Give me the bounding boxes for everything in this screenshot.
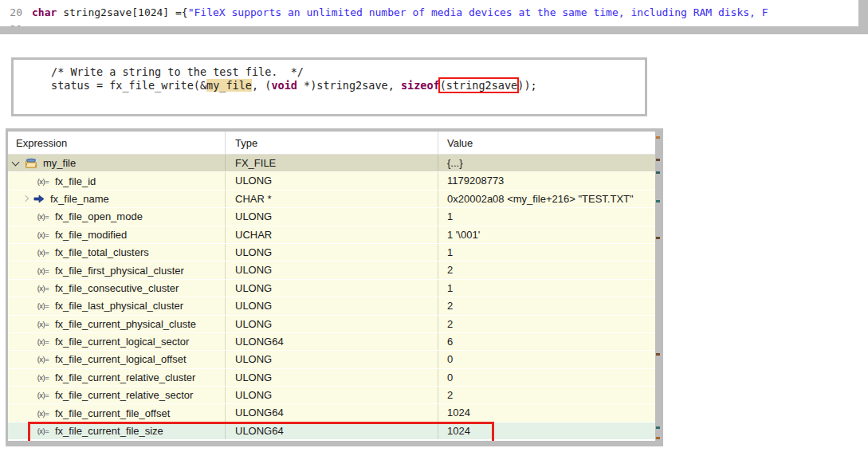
expression-cell[interactable]: (x)= fx_file_current_relative_sector	[8, 387, 226, 403]
type-cell[interactable]: ULONG	[226, 369, 438, 386]
value-cell[interactable]: 0	[438, 369, 655, 386]
table-row[interactable]: (x)= fx_file_last_physical_cluster ULONG…	[8, 297, 655, 315]
expression-label: my_file	[43, 157, 76, 169]
value-cell[interactable]: 6	[438, 333, 655, 350]
expression-cell[interactable]: (x)= my_file	[8, 155, 226, 171]
type-cell[interactable]: ULONG	[226, 280, 438, 297]
type-cell[interactable]: ULONG	[226, 172, 438, 189]
red-annotation-box-string2save: (string2save	[440, 79, 518, 92]
table-row[interactable]: (x)= fx_file_consecutive_cluster ULONG 1	[8, 280, 655, 297]
variable-icon: (x)=	[35, 426, 51, 435]
expression-cell[interactable]: (x)= fx_file_consecutive_cluster	[8, 280, 226, 297]
declaration-text: string2save[1024] ={	[57, 4, 187, 21]
table-row[interactable]: (x)= fx_file_current_file_size ULONG64 1…	[8, 423, 655, 440]
expression-label: fx_file_first_physical_cluster	[55, 265, 184, 277]
type-cell[interactable]: ULONG	[226, 297, 438, 314]
type-cell[interactable]: ULONG	[226, 244, 438, 261]
value-cell[interactable]: 2	[438, 297, 655, 314]
type-cell[interactable]: ULONG	[226, 387, 438, 403]
value-cell[interactable]: 1 '\001'	[438, 226, 655, 243]
expression-label: fx_file_current_file_size	[55, 425, 163, 437]
editor-strip[interactable]: 20char string2save[1024] ={"FileX suppor…	[0, 0, 858, 26]
type-cell[interactable]: ULONG64	[226, 404, 438, 421]
table-row[interactable]: (x)= fx_file_current_logical_sector ULON…	[8, 333, 655, 351]
variable-icon: (x)=	[35, 248, 51, 257]
type-cell[interactable]: ULONG	[226, 261, 438, 278]
variable-icon: (x)=	[35, 177, 51, 186]
value-cell[interactable]: 2	[438, 316, 655, 332]
table-row[interactable]: (x)= fx_file_current_physical_cluste ULO…	[8, 316, 655, 333]
variable-icon: (x)=	[35, 409, 51, 418]
value-cell[interactable]: 2	[438, 261, 655, 278]
status-mid2: *)string2save,	[297, 79, 401, 92]
expression-cell[interactable]: (x)= fx_file_current_logical_sector	[8, 333, 226, 350]
type-cell[interactable]: UCHAR	[226, 226, 438, 243]
value-cell[interactable]: 1	[438, 280, 655, 297]
expression-cell[interactable]: (x)= fx_file_current_physical_cluste	[8, 316, 226, 332]
line-number-gutter: 20	[0, 4, 32, 21]
value-cell[interactable]: {...}	[438, 155, 655, 171]
expressions-view-frame: Expression Type Value (x)=	[6, 128, 663, 446]
expression-cell[interactable]: (x)= fx_file_current_file_offset	[8, 404, 226, 421]
table-row[interactable]: (x)= fx_file_total_clusters ULONG 1	[8, 244, 655, 261]
table-row[interactable]: (x)= fx_file_first_physical_cluster ULON…	[8, 261, 655, 279]
chevron-down-icon[interactable]	[12, 158, 20, 166]
table-row[interactable]: (x)= fx_file_current_file_offset ULONG64…	[8, 404, 655, 422]
value-cell[interactable]: 1	[438, 208, 655, 225]
expression-cell[interactable]: (x)= fx_file_open_mode	[8, 208, 226, 225]
type-cell[interactable]: ULONG	[226, 316, 438, 332]
value-cell[interactable]: 1	[438, 244, 655, 261]
type-cell[interactable]: ULONG	[226, 351, 438, 367]
variable-icon: (x)=	[35, 373, 51, 382]
table-row[interactable]: (x)= fx_file_modified UCHAR 1 '\001'	[8, 226, 655, 244]
status-post: ));	[517, 79, 536, 92]
type-cell[interactable]: ULONG64	[226, 423, 438, 439]
value-cell[interactable]: 1024	[438, 404, 655, 421]
expression-label: fx_file_total_clusters	[55, 246, 149, 258]
expression-cell[interactable]: (x)= fx_file_current_file_size	[8, 423, 226, 439]
expression-cell[interactable]: (x)= fx_file_last_physical_cluster	[8, 297, 226, 314]
expression-label: fx_file_last_physical_cluster	[55, 300, 183, 312]
expression-label: fx_file_current_relative_cluster	[55, 371, 195, 383]
chevron-right-icon[interactable]	[22, 195, 29, 202]
edge-artifact	[656, 353, 660, 356]
expression-cell[interactable]: (x)= fx_file_first_physical_cluster	[8, 261, 226, 278]
variable-icon: (x)=	[35, 337, 51, 346]
expression-cell[interactable]: (x)= fx_file_modified	[8, 226, 226, 243]
table-row[interactable]: (x)= my_file FX_FILE {...}	[8, 155, 655, 172]
value-cell[interactable]: 0x20002a08 <my_file+216> "TEST.TXT"	[438, 191, 655, 207]
table-row[interactable]: (x)= fx_file_name CHAR * 0x20002a08 <my_…	[8, 191, 655, 208]
expression-cell[interactable]: (x)= fx_file_total_clusters	[8, 244, 226, 261]
status-line[interactable]: status = fx_file_write(&my_file, (void *…	[14, 79, 645, 106]
column-header-expression[interactable]: Expression	[8, 132, 226, 154]
table-row[interactable]: (x)= fx_file_id ULONG 1179208773	[8, 172, 655, 190]
expressions-rows: (x)= my_file FX_FILE {...} (x)=	[8, 155, 655, 440]
comment-line: /* Write a string to the test file. */	[14, 65, 645, 79]
column-header-value[interactable]: Value	[438, 132, 655, 154]
value-cell[interactable]: 1179208773	[438, 172, 655, 189]
expression-cell[interactable]: (x)= fx_file_id	[8, 172, 226, 189]
code-snippet-box: printf(" Write TEST.TXT...... \n"); /* W…	[11, 57, 647, 116]
expression-cell[interactable]: (x)= fx_file_name	[8, 191, 226, 207]
table-row[interactable]: (x)= fx_file_current_relative_cluster UL…	[8, 369, 655, 387]
keyword-char: char	[32, 4, 57, 21]
expression-cell[interactable]: (x)= fx_file_current_logical_offset	[8, 351, 226, 367]
edge-artifact	[656, 437, 660, 439]
expression-label: fx_file_modified	[55, 229, 127, 241]
value-cell[interactable]: 0	[438, 351, 655, 367]
column-header-type[interactable]: Type	[226, 132, 438, 154]
table-row[interactable]: (x)= fx_file_current_relative_sector ULO…	[8, 387, 655, 404]
value-cell[interactable]: 2	[438, 387, 655, 403]
type-cell[interactable]: CHAR *	[226, 191, 438, 207]
type-cell[interactable]: ULONG64	[226, 333, 438, 350]
expression-cell[interactable]: (x)= fx_file_current_relative_cluster	[8, 369, 226, 386]
expression-label: fx_file_current_logical_offset	[55, 353, 187, 365]
expression-label: fx_file_current_physical_cluste	[55, 318, 196, 330]
type-cell[interactable]: ULONG	[226, 208, 438, 225]
type-cell[interactable]: FX_FILE	[226, 155, 438, 171]
editor-line-20[interactable]: 20char string2save[1024] ={"FileX suppor…	[0, 0, 858, 21]
editor-line-21-clipped[interactable]: 21	[0, 21, 858, 26]
value-cell[interactable]: 1024	[438, 423, 655, 439]
table-row[interactable]: (x)= fx_file_current_logical_offset ULON…	[8, 351, 655, 368]
table-row[interactable]: (x)= fx_file_open_mode ULONG 1	[8, 208, 655, 226]
